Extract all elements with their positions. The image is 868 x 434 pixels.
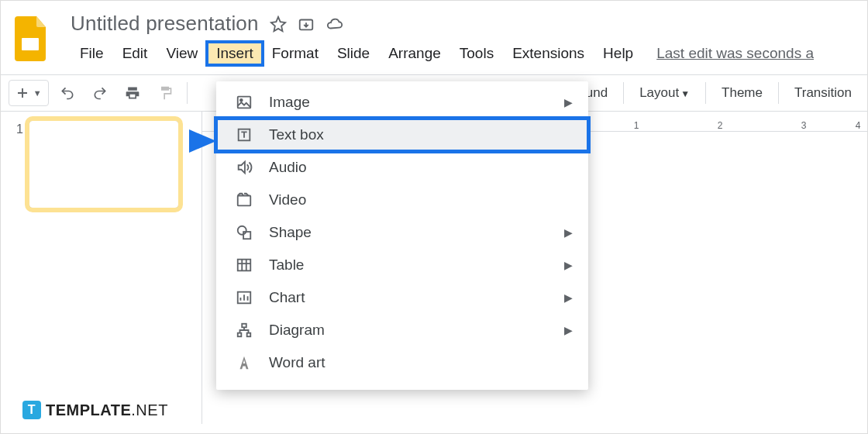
star-icon[interactable]: [270, 16, 287, 33]
menu-insert[interactable]: Insert: [207, 42, 263, 65]
svg-rect-10: [242, 324, 246, 328]
menu-edit[interactable]: Edit: [113, 42, 157, 65]
transition-button[interactable]: Transition: [787, 82, 859, 104]
svg-rect-0: [22, 38, 39, 50]
dropdown-item-diagram[interactable]: Diagram ▶: [216, 314, 588, 346]
dropdown-item-textbox[interactable]: Text box: [216, 119, 588, 151]
slide-number: 1: [16, 122, 23, 136]
svg-rect-5: [238, 196, 251, 206]
theme-button[interactable]: Theme: [714, 82, 770, 104]
app-header: Untitled presentation File Edit View Ins…: [1, 1, 867, 74]
dropdown-label: Shape: [269, 224, 312, 241]
dropdown-item-wordart[interactable]: Word art: [216, 346, 588, 379]
diagram-icon: [235, 322, 253, 339]
table-icon: [235, 257, 253, 274]
cloud-icon[interactable]: [326, 16, 344, 33]
dropdown-label: Text box: [269, 126, 324, 143]
new-slide-button[interactable]: ▼: [9, 80, 49, 106]
insert-dropdown: Image ▶ Text box Audio Video Shape ▶ Tab…: [216, 81, 588, 390]
watermark-badge: T: [22, 401, 41, 419]
dropdown-item-chart[interactable]: Chart ▶: [216, 281, 588, 314]
title-area: Untitled presentation File Edit View Ins…: [71, 9, 856, 74]
chart-icon: [235, 289, 253, 306]
toolbar-separator: [187, 82, 188, 104]
menu-format[interactable]: Format: [263, 42, 328, 65]
dropdown-item-video[interactable]: Video: [216, 184, 588, 216]
dropdown-label: Video: [269, 191, 306, 208]
undo-button[interactable]: [53, 81, 81, 105]
svg-point-6: [238, 226, 246, 235]
svg-rect-7: [243, 232, 250, 239]
menubar: File Edit View Insert Format Slide Arran…: [71, 37, 856, 74]
wordart-icon: [235, 354, 253, 371]
dropdown-label: Audio: [269, 159, 307, 176]
dropdown-item-image[interactable]: Image ▶: [216, 86, 588, 119]
video-icon: [235, 191, 253, 208]
menu-tools[interactable]: Tools: [450, 42, 503, 65]
dropdown-label: Chart: [269, 289, 305, 306]
dropdown-item-audio[interactable]: Audio: [216, 151, 588, 184]
image-icon: [235, 94, 253, 111]
dropdown-label: Diagram: [269, 322, 325, 339]
menu-help[interactable]: Help: [594, 42, 642, 65]
svg-point-3: [240, 99, 243, 102]
layout-button[interactable]: Layout▼: [632, 82, 698, 104]
dropdown-item-shape[interactable]: Shape ▶: [216, 216, 588, 249]
dropdown-item-table[interactable]: Table ▶: [216, 249, 588, 281]
dropdown-label: Word art: [269, 354, 326, 371]
audio-icon: [235, 159, 253, 176]
dropdown-label: Image: [269, 94, 310, 111]
app-logo: [15, 15, 49, 64]
print-button[interactable]: [119, 81, 146, 105]
svg-rect-11: [238, 333, 242, 337]
menu-slide[interactable]: Slide: [328, 42, 379, 65]
shape-icon: [235, 224, 253, 241]
document-title[interactable]: Untitled presentation: [71, 12, 259, 36]
watermark: T TEMPLATE.NET: [22, 401, 168, 419]
submenu-arrow-icon: ▶: [564, 291, 573, 304]
submenu-arrow-icon: ▶: [564, 259, 573, 271]
submenu-arrow-icon: ▶: [564, 96, 573, 108]
submenu-arrow-icon: ▶: [564, 324, 573, 336]
submenu-arrow-icon: ▶: [564, 226, 573, 239]
redo-button[interactable]: [86, 81, 114, 105]
menu-arrange[interactable]: Arrange: [379, 42, 450, 65]
dropdown-label: Table: [269, 257, 304, 274]
last-edit-link[interactable]: Last edit was seconds a: [656, 45, 814, 62]
textbox-icon: [235, 126, 253, 143]
menu-file[interactable]: File: [71, 42, 113, 65]
svg-rect-12: [247, 333, 251, 337]
menu-extensions[interactable]: Extensions: [503, 42, 594, 65]
menu-view[interactable]: View: [157, 42, 207, 65]
svg-rect-8: [238, 260, 251, 271]
move-icon[interactable]: [298, 16, 315, 33]
paint-format-button[interactable]: [151, 81, 179, 105]
annotation-arrow: [146, 122, 216, 164]
